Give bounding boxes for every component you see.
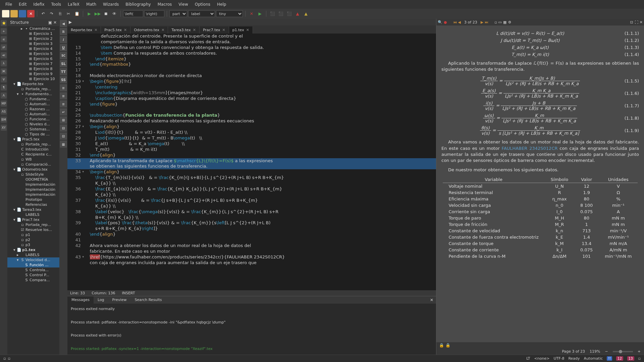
status-icon-2[interactable]: ▫: [8, 356, 10, 361]
menu-file[interactable]: File: [3, 1, 15, 8]
preview-prev-icon[interactable]: ◀: [458, 20, 461, 24]
tree-item[interactable]: ⊞Ejercicio 2: [7, 36, 59, 41]
lang-tool-label[interactable]: LT: [526, 356, 530, 361]
preview-single-icon[interactable]: ▫: [494, 20, 497, 24]
tree-item[interactable]: ⊞Ejercicio 9: [7, 71, 59, 76]
tree-item[interactable]: ▾📄Reporte.tex: [7, 81, 59, 86]
tree-item[interactable]: ⊞Ejercicio 5: [7, 51, 59, 56]
tree-item[interactable]: ⊞Ejercicio 7: [7, 61, 59, 66]
format-button-4[interactable]: ▲: [294, 10, 301, 17]
as-icon[interactable]: AS: [1, 109, 7, 115]
menu-math[interactable]: Math: [84, 1, 99, 8]
tree-item[interactable]: ▸LABELS: [7, 252, 59, 257]
undo-button[interactable]: ↶: [40, 10, 47, 17]
misc-text-icon[interactable]: ¶: [1, 84, 7, 90]
typewriter-icon[interactable]: TT: [60, 68, 67, 75]
mp-icon[interactable]: MP: [1, 101, 7, 107]
preview-sync-icon[interactable]: ●: [444, 20, 447, 24]
bookmark-icon[interactable]: ⭐: [1, 20, 7, 26]
menu-latex[interactable]: LaTeX: [65, 1, 82, 8]
tree-item[interactable]: Implementación: [7, 187, 59, 192]
editor-tab[interactable]: Prac5.tex ✕: [101, 26, 130, 34]
tree-item[interactable]: ▾📄p1.tex: [7, 247, 59, 252]
misc-button-2[interactable]: ▶: [256, 10, 264, 17]
badge-3[interactable]: 13: [627, 356, 634, 361]
preview-config-icon[interactable]: ⚙: [508, 20, 511, 24]
structure-close-icon[interactable]: ▣ ✕: [48, 20, 57, 25]
editor-tab[interactable]: Prac7.tex ✕: [200, 26, 229, 34]
format-button-5[interactable]: ▲: [302, 10, 310, 17]
zoom-in-icon[interactable]: +: [638, 349, 641, 354]
left-delim-input[interactable]: [123, 10, 143, 17]
menu-edit[interactable]: Edit: [16, 1, 29, 8]
tree-item[interactable]: ▾📄Tarea3.tex: [7, 207, 59, 212]
view-button[interactable]: 👁: [111, 10, 118, 17]
editor-tab[interactable]: Odometro.tex ✕: [130, 26, 168, 34]
editor-tab[interactable]: Tarea3.tex ✕: [168, 26, 200, 34]
preview-last-icon[interactable]: ⏭: [485, 20, 488, 24]
tree-item[interactable]: SControla...: [7, 267, 59, 273]
env-icon-4[interactable]: ▦: [60, 141, 67, 147]
bold-icon[interactable]: B: [60, 28, 67, 35]
tree-item[interactable]: ○Niveles d...: [7, 122, 59, 127]
open-file-button[interactable]: [10, 10, 18, 17]
tree-item[interactable]: ⊞Ejercicio 1: [7, 31, 59, 36]
italic-icon[interactable]: I: [60, 36, 67, 43]
relations-icon[interactable]: ≤: [1, 36, 7, 42]
tree-item[interactable]: ▸•Cinemática ...: [7, 26, 59, 31]
redo-button[interactable]: ↷: [48, 10, 55, 17]
cut-button[interactable]: ✂: [65, 10, 72, 17]
xy-icon[interactable]: XY: [1, 125, 7, 131]
slanted-icon[interactable]: SL: [60, 60, 67, 67]
env-icon-3[interactable]: ⊡: [60, 133, 67, 139]
status-icon-1[interactable]: ▫: [3, 356, 6, 361]
fonts-icon[interactable]: A: [1, 93, 7, 99]
copy-button[interactable]: ⎘: [56, 10, 64, 17]
tree-item[interactable]: ▾📄Prac5.tex: [7, 137, 59, 142]
close-button[interactable]: ✕: [27, 10, 35, 17]
preview-next-icon[interactable]: ▶: [481, 20, 483, 24]
editor-tab[interactable]: p1.tex ✕: [229, 26, 253, 34]
left-align-icon[interactable]: ≡: [60, 84, 67, 91]
preview-grid-icon[interactable]: ▦: [503, 20, 506, 24]
format-button-2[interactable]: ⬛: [277, 10, 284, 17]
tree-item[interactable]: SCompara...: [7, 278, 59, 283]
part-select[interactable]: part: [169, 10, 187, 17]
tree-item[interactable]: ▫p3: [7, 242, 59, 247]
size-select[interactable]: tiny: [216, 10, 243, 17]
tree-item[interactable]: ODOMETRÍA: [7, 177, 59, 182]
paste-button[interactable]: 📋: [73, 10, 80, 17]
underline-icon[interactable]: U: [60, 44, 67, 51]
tree-item[interactable]: ▾•Fundamento...: [7, 92, 59, 97]
tree-item[interactable]: ○Automati...: [7, 112, 59, 117]
tab-close-icon[interactable]: ✕: [222, 28, 225, 32]
badge-2[interactable]: 12: [616, 356, 623, 361]
right-delim-input[interactable]: [144, 10, 164, 17]
tree-item[interactable]: ▫Comparació...: [7, 162, 59, 167]
tree-item[interactable]: ▫Portada_rep...: [7, 222, 59, 227]
smallcaps-icon[interactable]: SC: [60, 52, 67, 59]
nav-right-icon[interactable]: ▶: [69, 20, 72, 24]
code-editor[interactable]: defuzzicación del centroide. Presente la…: [67, 34, 436, 290]
tree-item[interactable]: ⊞Ejercicio 6: [7, 56, 59, 61]
menu-idefix[interactable]: Idefix: [31, 1, 47, 8]
tab-close-icon[interactable]: ✕: [94, 28, 97, 32]
log-close-button[interactable]: ✕: [427, 296, 436, 304]
log-tab-log[interactable]: Log: [94, 296, 108, 304]
tree-item[interactable]: ▾📄Odometro.tex: [7, 167, 59, 172]
log-tab-messages[interactable]: Messages: [67, 296, 94, 304]
tab-close-icon[interactable]: ✕: [124, 28, 127, 32]
format-button-1[interactable]: ⬛: [269, 10, 276, 17]
tree-item[interactable]: ⊞Ejercicio 10: [7, 76, 59, 81]
tree-item[interactable]: Implementación: [7, 192, 59, 197]
tree-item[interactable]: ○Funcione...: [7, 117, 59, 122]
tree-item[interactable]: ○Automati...: [7, 102, 59, 107]
center-align-icon[interactable]: ≡: [60, 93, 67, 99]
tree-item[interactable]: ▫Portada_rep...: [7, 142, 59, 147]
tree-item[interactable]: SFunción ...: [7, 262, 59, 267]
save-button[interactable]: [19, 10, 26, 17]
misc-math-icon[interactable]: ∀: [1, 76, 7, 82]
tree-item[interactable]: SControl P...: [7, 273, 59, 278]
tree-item[interactable]: Prototipo: [7, 197, 59, 202]
greek-icon[interactable]: λ: [1, 60, 7, 66]
